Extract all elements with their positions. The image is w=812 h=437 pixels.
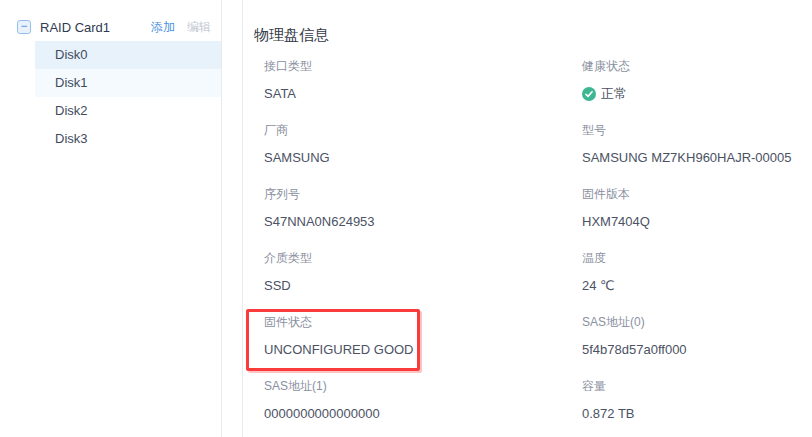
field-label: 接口类型 bbox=[264, 59, 582, 73]
field-label: SAS地址(1) bbox=[264, 379, 582, 393]
tree-node-raid-card[interactable]: − RAID Card1 添加 编辑 bbox=[0, 13, 221, 41]
field-label: 介质类型 bbox=[264, 251, 582, 265]
field-value: 0000000000000000 bbox=[264, 406, 582, 422]
field-serial-number: 序列号 S47NNA0N624953 bbox=[264, 187, 582, 251]
field-label: 健康状态 bbox=[582, 59, 804, 73]
field-label: 固件状态 bbox=[264, 315, 582, 329]
sidebar-item-disk3[interactable]: Disk3 bbox=[35, 125, 221, 153]
field-health-status: 健康状态 正常 bbox=[582, 59, 804, 123]
field-label: 序列号 bbox=[264, 187, 582, 201]
add-link[interactable]: 添加 bbox=[151, 19, 175, 36]
field-firmware-version: 固件版本 HXM7404Q bbox=[582, 187, 804, 251]
field-label: 温度 bbox=[582, 251, 804, 265]
field-label: 固件版本 bbox=[582, 187, 804, 201]
field-value: 5f4b78d57a0ff000 bbox=[582, 342, 804, 358]
field-vendor: 厂商 SAMSUNG bbox=[264, 123, 582, 187]
field-value: 24 ℃ bbox=[582, 278, 804, 294]
physical-disk-detail-panel: 物理盘信息 接口类型 SATA 健康状态 正常 厂商 SAMSUNG bbox=[242, 0, 812, 437]
collapse-minus-icon[interactable]: − bbox=[17, 20, 31, 34]
field-grid: 接口类型 SATA 健康状态 正常 厂商 SAMSUNG 型号 SAMSUNG … bbox=[264, 59, 804, 437]
field-value: 0.872 TB bbox=[582, 406, 804, 422]
check-circle-icon bbox=[582, 87, 596, 101]
field-value: SSD bbox=[264, 278, 582, 294]
field-value: S47NNA0N624953 bbox=[264, 214, 582, 230]
field-label: 型号 bbox=[582, 123, 804, 137]
sidebar-item-disk1[interactable]: Disk1 bbox=[35, 69, 221, 97]
sidebar-item-disk0[interactable]: Disk0 bbox=[35, 41, 221, 69]
field-label: 容量 bbox=[582, 379, 804, 393]
field-value: HXM7404Q bbox=[582, 214, 804, 230]
field-value: SAMSUNG MZ7KH960HAJR-00005 bbox=[582, 150, 804, 166]
field-value: SAMSUNG bbox=[264, 150, 582, 166]
field-model: 型号 SAMSUNG MZ7KH960HAJR-00005 bbox=[582, 123, 804, 187]
field-label: 厂商 bbox=[264, 123, 582, 137]
field-interface-type: 接口类型 SATA bbox=[264, 59, 582, 123]
field-firmware-state: 固件状态 UNCONFIGURED GOOD bbox=[264, 315, 582, 379]
field-temperature: 温度 24 ℃ bbox=[582, 251, 804, 315]
field-value: UNCONFIGURED GOOD bbox=[264, 342, 582, 358]
disk-list: Disk0 Disk1 Disk2 Disk3 bbox=[0, 41, 221, 153]
field-media-type: 介质类型 SSD bbox=[264, 251, 582, 315]
tree-node-label: RAID Card1 bbox=[40, 20, 139, 35]
field-capacity: 容量 0.872 TB bbox=[582, 379, 804, 437]
edit-link[interactable]: 编辑 bbox=[187, 19, 211, 36]
field-sas-address-0: SAS地址(0) 5f4b78d57a0ff000 bbox=[582, 315, 804, 379]
field-sas-address-1: SAS地址(1) 0000000000000000 bbox=[264, 379, 582, 437]
field-label: SAS地址(0) bbox=[582, 315, 804, 329]
field-value: SATA bbox=[264, 86, 582, 102]
sidebar: − RAID Card1 添加 编辑 Disk0 Disk1 Disk2 Dis… bbox=[0, 0, 222, 437]
health-status-text: 正常 bbox=[601, 86, 627, 102]
field-value: 正常 bbox=[582, 86, 804, 102]
page-title: 物理盘信息 bbox=[254, 26, 329, 45]
sidebar-item-disk2[interactable]: Disk2 bbox=[35, 97, 221, 125]
